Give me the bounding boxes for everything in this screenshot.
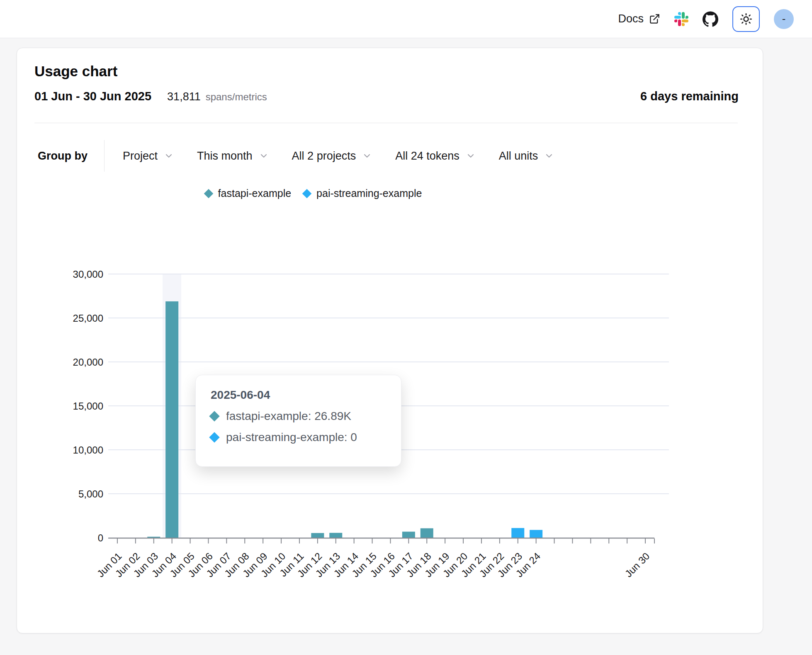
theme-toggle-button[interactable]: [732, 6, 760, 32]
group-by-dropdown-value: Project: [123, 150, 158, 163]
tokens-dropdown[interactable]: All 24 tokens: [395, 150, 476, 163]
sun-icon: [739, 12, 753, 26]
bar-jun-24-pai-streaming-example[interactable]: [530, 530, 542, 538]
usage-meta-row: 01 Jun - 30 Jun 2025 31,811 spans/metric…: [34, 90, 739, 103]
chevron-down-icon: [466, 151, 476, 161]
avatar[interactable]: -: [774, 9, 794, 29]
page: Docs: [0, 0, 812, 655]
tooltip-row: pai-streaming-example: 0: [211, 431, 386, 444]
chevron-down-icon: [164, 151, 174, 161]
chevron-down-icon: [544, 151, 554, 161]
date-range-dropdown[interactable]: This month: [197, 150, 269, 163]
days-remaining: 6 days remaining: [640, 90, 739, 103]
tooltip-diamond-icon: [209, 432, 219, 442]
y-axis-tick-label: 30,000: [73, 269, 103, 280]
bar-jun-23-pai-streaming-example[interactable]: [511, 528, 524, 538]
external-link-icon: [649, 13, 660, 24]
tokens-dropdown-value: All 24 tokens: [395, 150, 459, 163]
y-axis-tick-label: 25,000: [73, 313, 103, 324]
chart-tooltip: 2025-06-04 fastapi-example: 26.89K pai-s…: [195, 375, 401, 467]
docs-label: Docs: [618, 12, 644, 25]
tooltip-diamond-icon: [209, 411, 219, 421]
slack-icon[interactable]: [674, 12, 688, 26]
tooltip-row: fastapi-example: 26.89K: [211, 410, 386, 423]
bar-jun-13-fastapi-example[interactable]: [329, 533, 342, 538]
avatar-label: -: [782, 12, 786, 25]
bar-jun-18-fastapi-example[interactable]: [421, 528, 433, 538]
y-axis-tick-label: 15,000: [73, 400, 103, 412]
chevron-down-icon: [259, 151, 269, 161]
y-axis-tick-label: 10,000: [73, 444, 103, 456]
usage-count: 31,811: [167, 90, 201, 103]
section-divider: [34, 123, 738, 123]
date-range-dropdown-value: This month: [197, 150, 253, 163]
tooltip-row-text: pai-streaming-example: 0: [226, 431, 357, 444]
projects-dropdown[interactable]: All 2 projects: [292, 150, 372, 163]
usage-card: Usage chart 01 Jun - 30 Jun 2025 31,811 …: [17, 48, 763, 633]
group-by-label: Group by: [38, 150, 88, 163]
x-axis-tick-label: Jun 30: [623, 550, 652, 579]
bar-jun-17-fastapi-example[interactable]: [402, 531, 415, 538]
tooltip-date: 2025-06-04: [211, 388, 386, 402]
y-axis-tick-label: 0: [98, 532, 103, 543]
filter-row: Group by Project This month All 2 projec…: [38, 140, 554, 172]
units-dropdown-value: All units: [499, 150, 538, 163]
projects-dropdown-value: All 2 projects: [292, 150, 356, 163]
date-range: 01 Jun - 30 Jun 2025: [34, 90, 151, 103]
tooltip-row-text: fastapi-example: 26.89K: [226, 410, 351, 423]
units-dropdown[interactable]: All units: [499, 150, 554, 163]
y-axis-tick-label: 5,000: [78, 488, 103, 500]
top-bar: Docs: [0, 0, 812, 38]
y-axis-tick-label: 20,000: [73, 357, 103, 368]
usage-unit: spans/metrics: [206, 91, 267, 103]
group-by-dropdown[interactable]: Project: [123, 150, 174, 163]
bar-jun-04-fastapi-example[interactable]: [165, 301, 178, 538]
docs-link[interactable]: Docs: [618, 12, 660, 25]
bar-jun-03-fastapi-example[interactable]: [147, 537, 160, 538]
vertical-divider: [104, 140, 105, 172]
github-icon[interactable]: [703, 11, 718, 27]
bar-jun-12-fastapi-example[interactable]: [311, 533, 324, 538]
chevron-down-icon: [362, 151, 372, 161]
page-title: Usage chart: [34, 63, 117, 80]
